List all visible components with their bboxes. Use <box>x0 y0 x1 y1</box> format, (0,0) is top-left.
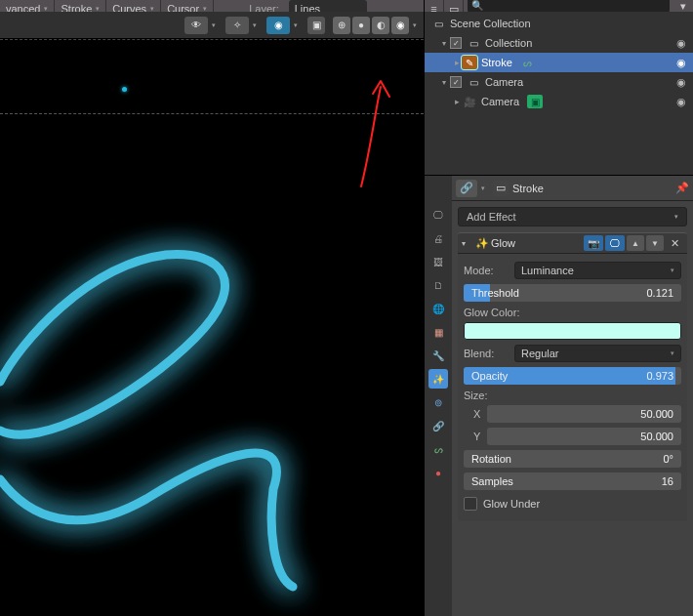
outliner-item-label: Camera <box>481 96 519 107</box>
3d-viewport[interactable] <box>0 39 424 616</box>
gizmo-icon[interactable]: ✧ <box>225 17 249 34</box>
effect-type-icon: ✨ <box>475 237 489 250</box>
camera-view-icon[interactable]: 👁 <box>184 17 208 34</box>
rotation-value: 0° <box>663 453 673 465</box>
tab-world[interactable]: 🌐 <box>428 299 448 318</box>
outliner-scene-row[interactable]: ▭ Scene Collection <box>425 14 693 33</box>
effect-panel-header[interactable]: ▾ ✨ Glow 📷 🖵 ▲ ▼ ✕ <box>458 232 687 254</box>
threshold-label: Threshold <box>471 287 519 299</box>
disclosure-icon[interactable]: ▸ <box>452 58 462 67</box>
outliner-item-label: Stroke <box>481 57 512 68</box>
mode-value: Luminance <box>521 265 574 276</box>
blend-select[interactable]: Regular ▾ <box>514 345 681 362</box>
realtime-toggle-icon[interactable]: 📷 <box>584 235 603 251</box>
mode-select[interactable]: Luminance ▾ <box>514 262 681 279</box>
display-mode-icon[interactable]: ▭ <box>444 0 464 12</box>
header-item[interactable]: Stroke▾ <box>55 0 106 12</box>
gpencil-icon: ▭ <box>493 181 509 196</box>
tab-constraints[interactable]: 🔗 <box>428 416 448 435</box>
tab-effects[interactable]: ✨ <box>428 369 448 389</box>
disclosure-icon[interactable]: ▾ <box>462 239 473 248</box>
header-item[interactable]: vanced▾ <box>0 0 55 12</box>
effect-name[interactable]: Glow <box>491 237 515 249</box>
visibility-icon[interactable]: ◉ <box>673 37 689 50</box>
shading-solid-icon[interactable]: ● <box>352 17 370 34</box>
blend-value: Regular <box>521 348 559 359</box>
collection-icon: ▭ <box>466 75 481 89</box>
properties-editor: 🖵 🖨 🖼 🗋 🌐 ▦ 🔧 ✨ ⊚ 🔗 ᔕ ● 🔗 ▾ ▭ Stroke 📌 A… <box>425 176 693 616</box>
tab-material[interactable]: ● <box>428 463 448 482</box>
glow-color-swatch[interactable] <box>464 322 681 340</box>
outliner[interactable]: ▭ Scene Collection ▾ ✓ ▭ Collection ◉ ▸ … <box>425 12 693 176</box>
editor-type-icon[interactable]: 🔗 <box>456 180 477 197</box>
effect-panel-body: Mode: Luminance ▾ Threshold0.121 Glow Co… <box>458 254 687 521</box>
move-up-button[interactable]: ▲ <box>627 235 644 251</box>
size-x-label: X <box>473 408 487 420</box>
size-y-label: Y <box>473 431 487 442</box>
visibility-icon[interactable]: ◉ <box>673 96 689 108</box>
samples-label: Samples <box>471 475 513 487</box>
header-item[interactable]: Cursor▾ <box>161 0 214 12</box>
outliner-row[interactable]: ▾ ✓ ▭ Camera ◉ <box>425 72 693 92</box>
remove-effect-button[interactable]: ✕ <box>666 237 683 250</box>
tab-scene[interactable]: 🗋 <box>428 275 448 295</box>
breadcrumb-item[interactable]: Stroke <box>512 183 544 194</box>
rotation-label: Rotation <box>471 453 511 465</box>
tab-physics[interactable]: ⊚ <box>428 392 448 412</box>
camera-icon: 🎥 <box>462 95 477 108</box>
add-effect-dropdown[interactable]: Add Effect ▾ <box>458 207 687 226</box>
viewport-pane: vanced▾ Stroke▾ Curves▾ Cursor▾ Layer: L… <box>0 0 424 616</box>
size-x-value: 50.000 <box>640 408 673 420</box>
tab-modifiers[interactable]: 🔧 <box>428 346 448 365</box>
glow-under-checkbox[interactable] <box>464 497 477 511</box>
outliner-search[interactable]: 🔍 <box>468 0 670 12</box>
properties-breadcrumb: 🔗 ▾ ▭ Stroke 📌 <box>452 176 693 201</box>
camera-data-icon: ▣ <box>527 95 543 108</box>
outliner-row[interactable]: ▾ ✓ ▭ Collection ◉ <box>425 33 693 53</box>
properties-body: 🔗 ▾ ▭ Stroke 📌 Add Effect ▾ ▾ ✨ Glow 📷 🖵… <box>452 176 693 616</box>
render-toggle-icon[interactable]: 🖵 <box>605 235 625 251</box>
outliner-row[interactable]: ▸ ✎ Stroke ᔕ ◉ <box>425 53 693 72</box>
outliner-row[interactable]: ▸ 🎥 Camera ▣ ◉ <box>425 92 693 111</box>
tab-data[interactable]: ᔕ <box>428 439 448 459</box>
rotation-field[interactable]: Rotation0° <box>464 450 681 468</box>
layer-select[interactable]: Lines <box>289 0 367 12</box>
move-down-button[interactable]: ▼ <box>646 235 664 251</box>
outliner-item-label: Collection <box>485 37 532 49</box>
xray-icon[interactable]: ▣ <box>307 17 325 34</box>
samples-field[interactable]: Samples16 <box>464 472 681 490</box>
visibility-icon[interactable]: ◉ <box>673 76 689 89</box>
viewport-header: vanced▾ Stroke▾ Curves▾ Cursor▾ Layer: L… <box>0 0 424 12</box>
tab-render[interactable]: 🖵 <box>428 205 448 225</box>
filter-icon[interactable]: ▾ <box>673 0 693 12</box>
outliner-header: ≡ ▭ 🔍 ▾ <box>425 0 693 12</box>
opacity-value: 0.973 <box>646 370 673 382</box>
opacity-slider[interactable]: Opacity0.973 <box>464 367 681 385</box>
scene-icon: ▭ <box>430 17 446 30</box>
disclosure-icon[interactable]: ▾ <box>438 78 450 87</box>
collection-checkbox[interactable]: ✓ <box>450 37 462 49</box>
pin-icon[interactable]: 📌 <box>675 182 689 194</box>
glow-under-label: Glow Under <box>483 498 540 510</box>
shading-wire-icon[interactable]: ⊕ <box>333 17 350 34</box>
editor-type-icon[interactable]: ≡ <box>425 0 444 12</box>
tab-object[interactable]: ▦ <box>428 322 448 342</box>
size-y-field[interactable]: 50.000 <box>487 428 681 445</box>
threshold-value: 0.121 <box>646 287 673 299</box>
size-y-value: 50.000 <box>640 431 673 442</box>
disclosure-icon[interactable]: ▸ <box>452 97 462 106</box>
size-x-field[interactable]: 50.000 <box>487 405 681 423</box>
gpencil-icon: ✎ <box>462 56 477 69</box>
overlays-icon[interactable]: ◉ <box>266 17 290 34</box>
tab-viewlayer[interactable]: 🖼 <box>428 252 448 271</box>
gpencil-data-icon: ᔕ <box>520 56 536 69</box>
collection-checkbox[interactable]: ✓ <box>450 76 462 88</box>
disclosure-icon[interactable]: ▾ <box>438 39 450 48</box>
threshold-slider[interactable]: Threshold0.121 <box>464 284 681 302</box>
outliner-item-label: Camera <box>485 76 523 88</box>
tab-output[interactable]: 🖨 <box>428 228 448 248</box>
header-item[interactable]: Curves▾ <box>106 0 161 12</box>
visibility-icon[interactable]: ◉ <box>673 57 689 69</box>
shading-matcap-icon[interactable]: ◐ <box>372 17 389 34</box>
shading-rendered-icon[interactable]: ◉ <box>391 17 409 34</box>
